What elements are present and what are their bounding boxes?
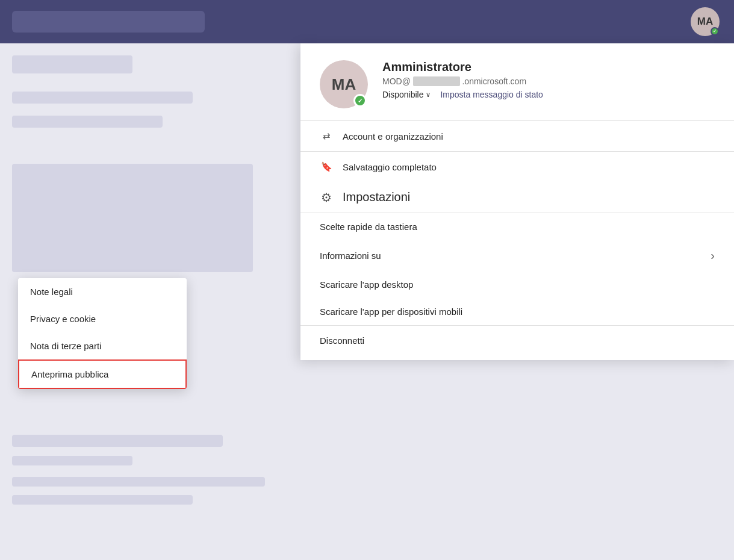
save-completed-item[interactable]: 🔖 Salvataggio completato — [300, 152, 734, 182]
bg-rect-6 — [12, 456, 132, 465]
disconnect-label: Disconnetti — [320, 335, 364, 346]
disconnect-item[interactable]: Disconnetti — [300, 326, 734, 355]
save-completed-label: Salvataggio completato — [343, 162, 715, 172]
left-panel: Note legali Privacy e cookie Nota di ter… — [0, 43, 295, 560]
download-mobile-label: Scaricare l'app per dispositivi mobili — [320, 306, 715, 317]
bookmark-icon: 🔖 — [320, 160, 333, 173]
context-menu: Note legali Privacy e cookie Nota di ter… — [18, 278, 187, 389]
profile-initials: MA — [332, 75, 356, 94]
about-chevron-icon: › — [711, 249, 715, 263]
context-menu-item-nota-terze[interactable]: Nota di terze parti — [18, 332, 187, 359]
keyboard-shortcuts-item[interactable]: Scelte rapide da tastiera — [300, 213, 734, 240]
profile-status-badge — [353, 94, 367, 107]
bg-rect-7 — [12, 477, 265, 487]
profile-status-row: Disponibile Imposta messaggio di stato — [382, 90, 715, 99]
avatar-button[interactable]: MA — [691, 7, 720, 36]
about-item[interactable]: Informazioni su › — [300, 240, 734, 271]
download-desktop-item[interactable]: Scaricare l'app desktop — [300, 271, 734, 298]
profile-email: MOD@ .onmicrosoft.com — [382, 76, 715, 86]
bg-rect-2 — [12, 92, 193, 104]
download-mobile-item[interactable]: Scaricare l'app per dispositivi mobili — [300, 298, 734, 325]
set-status-button[interactable]: Imposta messaggio di stato — [440, 90, 543, 99]
switch-icon: ⇄ — [320, 129, 333, 143]
settings-section: 🔖 Salvataggio completato ⚙ Impostazioni — [300, 152, 734, 213]
settings-item[interactable]: ⚙ Impostazioni — [300, 182, 734, 213]
extra-section: Scelte rapide da tastiera Informazioni s… — [300, 213, 734, 326]
profile-name: Amministratore — [382, 60, 715, 74]
settings-label: Impostazioni — [343, 190, 715, 204]
context-menu-item-note-legali[interactable]: Note legali — [18, 278, 187, 305]
bg-rect-4 — [12, 164, 253, 272]
gear-icon: ⚙ — [320, 191, 333, 204]
dropdown-panel: MA Amministratore MOD@ .onmicrosoft.com … — [300, 43, 734, 360]
context-menu-item-privacy[interactable]: Privacy e cookie — [18, 305, 187, 332]
search-area — [12, 11, 205, 33]
bg-rect-1 — [12, 55, 132, 73]
account-section: ⇄ Account e organizzazioni — [300, 121, 734, 152]
profile-info: Amministratore MOD@ .onmicrosoft.com Dis… — [382, 60, 715, 99]
main-content: Note legali Privacy e cookie Nota di ter… — [0, 43, 734, 560]
profile-email-domain: .onmicrosoft.com — [462, 76, 526, 86]
bg-rect-8 — [12, 495, 193, 505]
account-org-item[interactable]: ⇄ Account e organizzazioni — [300, 121, 734, 151]
bottom-section: Disconnetti — [300, 326, 734, 360]
bg-rect-3 — [12, 116, 163, 128]
avatar-status-indicator — [711, 27, 719, 36]
topbar: MA — [0, 0, 734, 43]
profile-available-label[interactable]: Disponibile — [382, 90, 431, 99]
context-menu-item-anteprima[interactable]: Anteprima pubblica — [18, 359, 187, 389]
profile-email-visible: MOD@ — [382, 76, 411, 86]
bg-rect-5 — [12, 435, 223, 447]
profile-section: MA Amministratore MOD@ .onmicrosoft.com … — [300, 43, 734, 121]
profile-email-hidden — [413, 76, 460, 86]
download-desktop-label: Scaricare l'app desktop — [320, 279, 715, 290]
account-org-label: Account e organizzazioni — [343, 131, 715, 142]
profile-avatar: MA — [320, 60, 368, 108]
keyboard-shortcuts-label: Scelte rapide da tastiera — [320, 222, 715, 232]
avatar-initials: MA — [697, 16, 713, 28]
about-label: Informazioni su — [320, 250, 701, 261]
